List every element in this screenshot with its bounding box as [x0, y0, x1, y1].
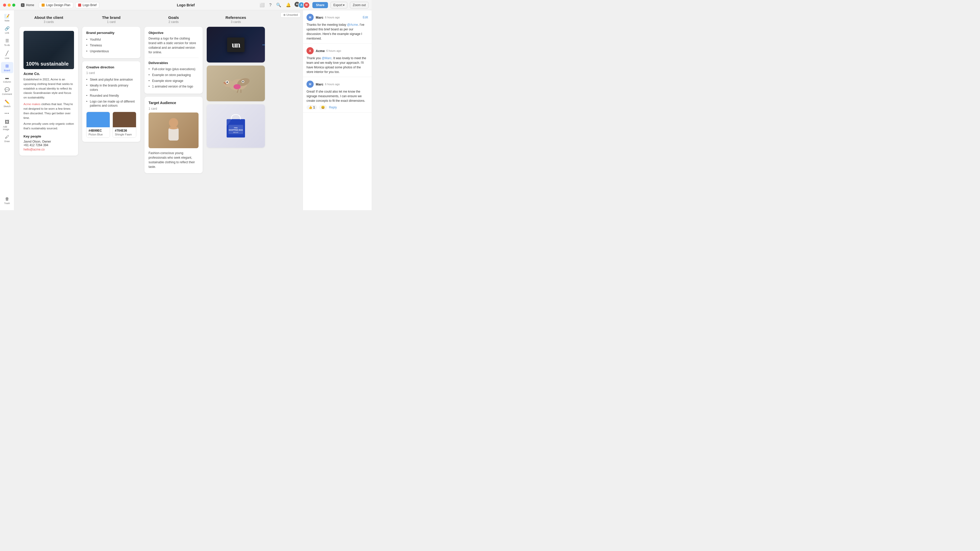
sidebar-item-sketch[interactable]: ✏️ Sketch: [1, 98, 13, 109]
creative-direction-list: Sleek and playful line animation Ideally…: [86, 77, 136, 109]
swatch-name-brown: Shingle Fawn: [115, 133, 134, 136]
column-goals-count: 2 cards: [145, 20, 203, 24]
sidebar-item-link[interactable]: 🔗 Link: [1, 24, 13, 36]
column-brand-count: 1 card: [82, 20, 140, 24]
tab-home[interactable]: X Home: [18, 2, 37, 8]
sketch-label: Sketch: [3, 105, 11, 108]
objective-text: Develop a logo for the clothing brand wi…: [148, 36, 199, 55]
comment-time-3: 6 hours ago: [325, 83, 340, 86]
draw-label: Draw: [4, 140, 10, 143]
audience-image: [148, 113, 199, 148]
about-client-image: 100% sustainable: [24, 31, 74, 69]
about-client-card: 100% sustainable Acme Co. Established in…: [19, 27, 78, 156]
avatar-group: ⏺ A M: [294, 2, 310, 8]
board-label: Board: [4, 69, 10, 72]
swatch-name-blue: Picton Blue: [89, 133, 108, 136]
column-about-title: About the client: [19, 15, 78, 20]
swatch-info-brown: #704E36 Shingle Fawn: [113, 127, 136, 138]
svg-point-12: [234, 84, 241, 89]
comments-panel: M Marc 6 hours ago Edit Thanks for the m…: [303, 10, 372, 210]
tab-logo-plan[interactable]: Logo Design Plan: [39, 2, 73, 8]
key-people-title: Key people: [24, 135, 74, 138]
comment-edit-1[interactable]: Edit: [363, 16, 368, 19]
comment-meta-3: Marc 6 hours ago: [316, 83, 368, 86]
main-layout: 📝 Note 🔗 Link ☰ To-do ╱ Line ⊞ Board ▬ C…: [0, 10, 372, 210]
key-people-name: Javvd Olson, Owner: [24, 140, 74, 143]
about-desc-text1: Established in 2022, Acme is an upcoming…: [24, 78, 73, 99]
key-people-email[interactable]: hello@acme.co: [24, 148, 45, 151]
search-button[interactable]: 🔍: [275, 2, 282, 8]
brand-personality-card: Brand personality Youthful Timeless Unpr…: [82, 27, 140, 58]
about-client-desc1: Established in 2022, Acme is an upcoming…: [24, 77, 74, 100]
swatch-hex-brown: #704E36: [115, 129, 134, 132]
comment-item-2: A Acme 6 hours ago Thank you @Marc. It w…: [303, 44, 372, 77]
color-swatches: #4B99EC Picton Blue #704E36 Shingle Fawn: [86, 112, 136, 138]
fullscreen-button[interactable]: [12, 3, 15, 6]
trash-label: Trash: [4, 202, 10, 205]
sidebar-item-add-image[interactable]: 🖼 Add image: [1, 118, 13, 132]
swatch-hex-blue: #4B99EC: [89, 129, 108, 132]
board-icon: ⊞: [5, 64, 9, 68]
column-goals-header: Goals 2 cards: [145, 15, 203, 24]
deliverable-2: Example on store packaging: [148, 72, 199, 78]
close-button[interactable]: [3, 3, 6, 6]
arrow-line: [262, 44, 265, 45]
objective-title: Objective: [148, 31, 199, 35]
reaction-smile[interactable]: 😄: [319, 105, 327, 110]
sidebar-item-comment[interactable]: 💬 Comment: [1, 86, 13, 97]
sidebar-item-todo[interactable]: ☰ To-do: [1, 37, 13, 48]
deliverable-3: Example store signage: [148, 78, 199, 84]
column-icon: ▬: [5, 76, 9, 80]
sidebar-item-column[interactable]: ▬ Column: [1, 74, 13, 85]
comment-time-1: 6 hours ago: [325, 16, 340, 19]
sidebar-item-line[interactable]: ╱ Line: [1, 49, 13, 61]
comment-reactions: 👍 1 😄 Reply: [307, 105, 368, 110]
avatar-user3: M: [303, 2, 310, 8]
creative-direction-card: Creative direction 1 card Sleek and play…: [82, 61, 140, 142]
sketch-icon: ✏️: [5, 100, 10, 104]
help-button[interactable]: ?: [268, 2, 272, 8]
tab-logo-brief[interactable]: Logo Brief: [75, 2, 100, 8]
svg-text:MOCKUP: MOCKUP: [233, 132, 239, 133]
about-client-desc2: Acme makes clothes that last. They're no…: [24, 102, 74, 120]
sidebar-item-board[interactable]: ⊞ Board: [1, 62, 13, 73]
brand-bullet-1: Youthful: [86, 37, 136, 43]
svg-point-0: [169, 118, 178, 127]
audience-text: Fashion-conscious young professionals wh…: [148, 151, 199, 169]
reply-button[interactable]: Reply: [329, 106, 337, 109]
sidebar-item-trash[interactable]: 🗑 Trash: [1, 195, 13, 206]
key-people-phone: +61 412 7264 394: [24, 143, 74, 147]
audience-header: Target Audience 1 card: [148, 101, 199, 110]
svg-point-8: [226, 81, 228, 83]
sidebar-item-note[interactable]: 📝 Note: [1, 12, 13, 24]
column-goals-title: Goals: [145, 15, 203, 20]
comment-header-2: A Acme 6 hours ago: [307, 47, 368, 54]
comment-text-1: Thanks for the meeting today @Acme. I've…: [307, 22, 368, 41]
more-icon: •••: [5, 112, 10, 115]
refs-bird-card: [207, 65, 265, 101]
creative-bullet-2: Ideally in the brands primary colors: [86, 83, 136, 93]
sidebar-item-more[interactable]: •••: [1, 110, 13, 117]
column-refs: References 3 cards un: [207, 15, 265, 151]
screen-record-button[interactable]: ⬜: [259, 2, 266, 8]
sidebar-item-draw[interactable]: 🖊 Draw: [1, 133, 13, 144]
title-right-actions: ⬜ ? 🔍 🔔 ⏺ A M Share Export ▾ Zoom out: [259, 2, 369, 8]
unsorted-badge[interactable]: ⊕ Unsorted: [280, 12, 301, 17]
deliverables-list: Full-color logo (plus executions) Exampl…: [148, 66, 199, 89]
minimize-button[interactable]: [8, 3, 11, 6]
comment-time-2: 6 hours ago: [326, 49, 341, 52]
deliverable-4: 1 animated version of the logo: [148, 84, 199, 89]
share-button[interactable]: Share: [312, 2, 328, 8]
reaction-thumbs-up[interactable]: 👍 1: [307, 105, 317, 110]
notification-button[interactable]: 🔔: [285, 2, 292, 8]
signage-image: un: [207, 27, 265, 62]
export-button[interactable]: Export ▾: [331, 2, 347, 8]
comment-text-3: Great! If she could also let me know the…: [307, 89, 368, 103]
column-goals: Goals 2 cards Objective Develop a logo f…: [145, 15, 203, 176]
zoom-button[interactable]: Zoom out: [350, 2, 369, 8]
comment-meta-1: Marc 6 hours ago: [316, 16, 361, 19]
comment-item-3: M Marc 6 hours ago Great! If she could a…: [303, 77, 372, 113]
swatch-color-brown: [113, 112, 136, 127]
link-label: Link: [5, 32, 9, 34]
add-image-icon: 🖼: [5, 119, 10, 125]
